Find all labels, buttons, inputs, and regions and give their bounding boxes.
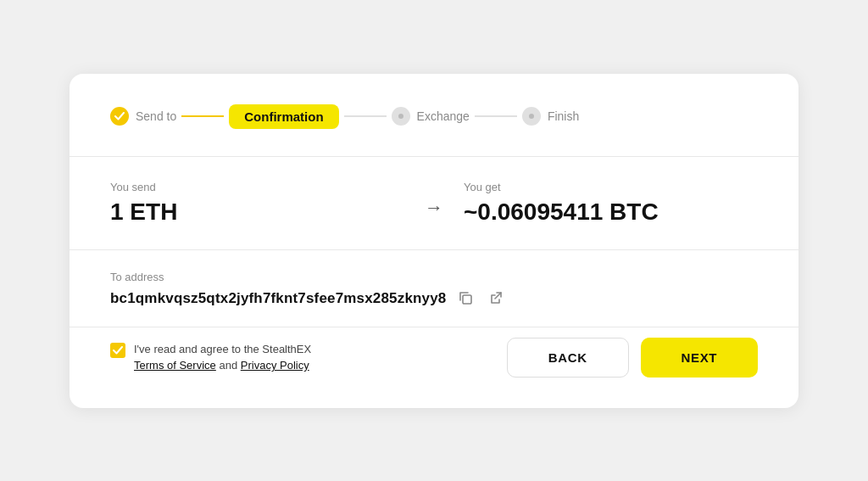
svg-point-1 (529, 114, 534, 119)
address-value: bc1qmkvqsz5qtx2jyfh7fknt7sfee7msx285zkny… (110, 290, 446, 307)
step-finish-label: Finish (548, 109, 579, 123)
step-confirmation-label: Confirmation (229, 104, 338, 129)
external-link-icon[interactable] (485, 288, 507, 310)
step-confirmation: Confirmation (229, 104, 338, 129)
back-button[interactable]: BACK (507, 338, 629, 378)
svg-point-0 (398, 114, 403, 119)
send-label: You send (110, 181, 404, 193)
terms-prefix: I've read and agree to the StealthEX (134, 343, 311, 355)
terms-area: I've read and agree to the StealthEX Ter… (110, 341, 311, 374)
terms-checkbox[interactable] (110, 343, 125, 358)
address-section: To address bc1qmkvqsz5qtx2jyfh7fknt7sfee… (110, 250, 758, 327)
terms-text: I've read and agree to the StealthEX Ter… (134, 341, 311, 374)
stepper: Send to Confirmation Exchange Finish (110, 104, 758, 129)
step-connector-2 (344, 115, 387, 117)
next-button[interactable]: NEXT (641, 338, 758, 378)
terms-of-service-link[interactable]: Terms of Service (134, 359, 216, 372)
send-col: You send 1 ETH (110, 181, 404, 226)
step-exchange-label: Exchange (417, 109, 470, 123)
step-send-to-circle (110, 107, 129, 126)
footer-row: I've read and agree to the StealthEX Ter… (110, 327, 758, 378)
step-finish-circle (522, 107, 541, 126)
arrow-icon: → (425, 197, 443, 219)
address-label: To address (110, 271, 758, 283)
address-row: bc1qmkvqsz5qtx2jyfh7fknt7sfee7msx285zkny… (110, 288, 758, 310)
privacy-policy-link[interactable]: Privacy Policy (241, 359, 309, 372)
get-col: You get ~0.06095411 BTC (464, 181, 758, 226)
get-label: You get (464, 181, 758, 193)
step-exchange: Exchange (392, 107, 470, 126)
svg-rect-2 (463, 295, 471, 304)
exchange-section: You send 1 ETH → You get ~0.06095411 BTC (110, 157, 758, 249)
step-send-to-label: Send to (136, 109, 176, 123)
step-exchange-circle (392, 107, 410, 126)
terms-and-text: and (219, 359, 237, 372)
button-group: BACK NEXT (507, 338, 758, 378)
step-connector-1 (181, 115, 224, 117)
main-card: Send to Confirmation Exchange Finish You… (70, 74, 798, 408)
step-send-to: Send to (110, 107, 176, 126)
send-amount: 1 ETH (110, 199, 404, 226)
copy-icon[interactable] (454, 288, 476, 310)
get-amount: ~0.06095411 BTC (464, 199, 758, 226)
step-finish: Finish (522, 107, 579, 126)
step-connector-3 (475, 115, 517, 117)
